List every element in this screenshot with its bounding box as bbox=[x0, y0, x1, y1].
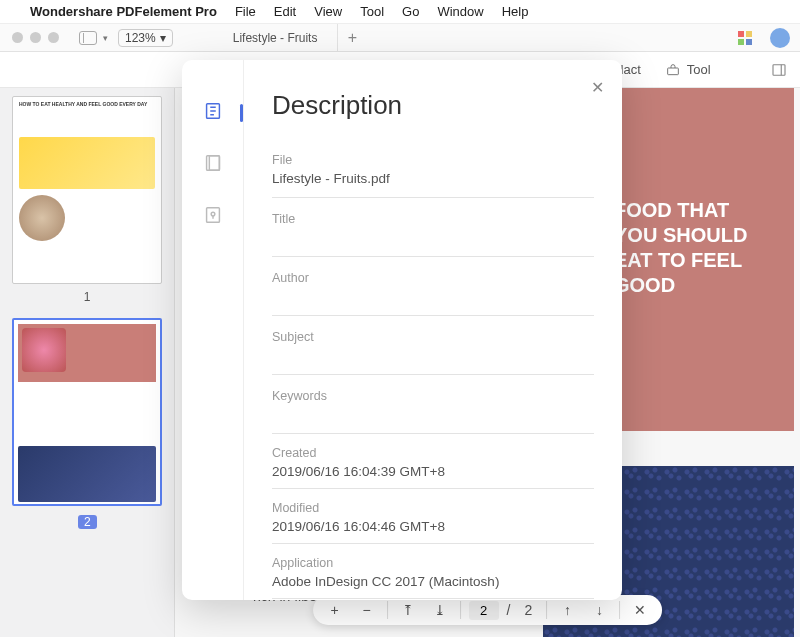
field-file: File Lifestyle - Fruits.pdf bbox=[272, 145, 594, 198]
field-value: 2019/06/16 16:04:39 GMT+8 bbox=[272, 464, 594, 480]
dialog-content: ✕ Description File Lifestyle - Fruits.pd… bbox=[244, 60, 622, 600]
field-application: Application Adobe InDesign CC 2017 (Maci… bbox=[272, 550, 594, 599]
field-value bbox=[272, 230, 594, 246]
dialog-sidebar bbox=[182, 60, 244, 600]
field-value: 2019/06/16 16:04:46 GMT+8 bbox=[272, 519, 594, 535]
field-value bbox=[272, 348, 594, 364]
field-value bbox=[272, 407, 594, 423]
field-label: Created bbox=[272, 446, 594, 460]
svg-point-10 bbox=[211, 212, 215, 216]
field-modified: Modified 2019/06/16 16:04:46 GMT+8 bbox=[272, 495, 594, 544]
field-label: Application bbox=[272, 556, 594, 570]
svg-rect-7 bbox=[206, 156, 219, 171]
field-label: Subject bbox=[272, 330, 594, 344]
field-label: Keywords bbox=[272, 389, 594, 403]
field-author[interactable]: Author bbox=[272, 263, 594, 316]
description-tab-icon[interactable] bbox=[202, 100, 224, 122]
description-dialog: ✕ Description File Lifestyle - Fruits.pd… bbox=[182, 60, 622, 600]
field-created: Created 2019/06/16 16:04:39 GMT+8 bbox=[272, 440, 594, 489]
close-dialog-button[interactable]: ✕ bbox=[591, 78, 604, 97]
dialog-title: Description bbox=[272, 90, 594, 121]
field-title[interactable]: Title bbox=[272, 204, 594, 257]
field-label: Author bbox=[272, 271, 594, 285]
field-value: Lifestyle - Fruits.pdf bbox=[272, 171, 594, 187]
field-label: Modified bbox=[272, 501, 594, 515]
svg-rect-9 bbox=[206, 208, 219, 223]
pages-tab-icon[interactable] bbox=[202, 152, 224, 174]
field-subject[interactable]: Subject bbox=[272, 322, 594, 375]
field-label: Title bbox=[272, 212, 594, 226]
field-value bbox=[272, 289, 594, 305]
security-tab-icon[interactable] bbox=[202, 204, 224, 226]
field-label: File bbox=[272, 153, 594, 167]
field-keywords[interactable]: Keywords bbox=[272, 381, 594, 434]
modal-overlay: ✕ Description File Lifestyle - Fruits.pd… bbox=[0, 0, 800, 637]
field-value: Adobe InDesign CC 2017 (Macintosh) bbox=[272, 574, 594, 590]
svg-rect-8 bbox=[209, 156, 219, 171]
active-indicator bbox=[240, 104, 243, 122]
